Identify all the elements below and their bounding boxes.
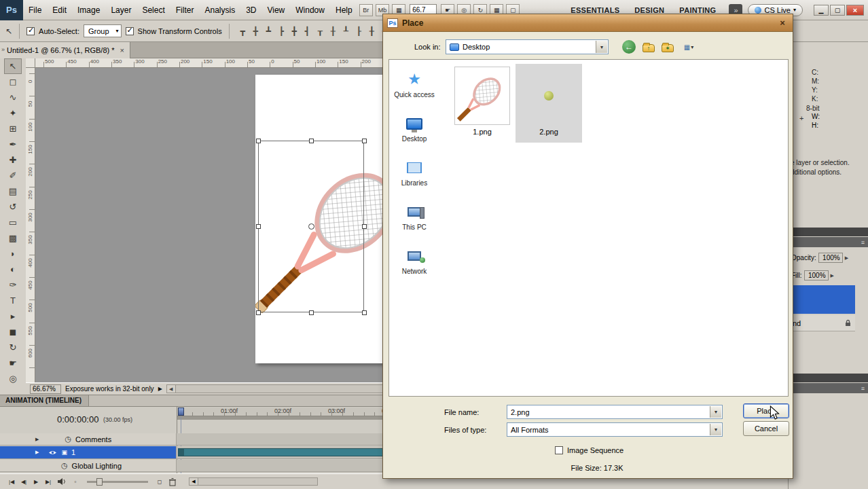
sidebar-item-network[interactable]: Network — [389, 247, 439, 275]
panel-header[interactable] — [789, 228, 868, 236]
menu-item[interactable]: Window — [290, 5, 330, 15]
up-one-level-icon[interactable]: ↑ — [641, 41, 656, 55]
file-item-1png[interactable]: 1.png — [453, 67, 511, 136]
transform-handle[interactable] — [309, 310, 314, 315]
trash-icon[interactable] — [168, 477, 177, 486]
show-transform-checkbox[interactable] — [126, 27, 134, 35]
lasso-tool[interactable]: ∿ — [4, 90, 22, 105]
move-tool[interactable]: ↖ — [4, 58, 22, 74]
pen-tool[interactable]: ✑ — [4, 277, 22, 293]
auto-select-dropdown[interactable]: Group ▾ — [84, 24, 122, 37]
back-icon[interactable]: ← — [622, 40, 636, 54]
align-icon[interactable]: ┰ — [314, 24, 327, 37]
menu-item[interactable]: Image — [72, 5, 105, 15]
eyedropper-tool[interactable]: ✒ — [4, 137, 22, 152]
bridge-icon[interactable]: Br — [359, 4, 373, 16]
eye-icon[interactable] — [48, 450, 57, 456]
brush-tool[interactable]: ✐ — [4, 168, 22, 183]
crop-tool[interactable]: ⊞ — [4, 121, 22, 137]
files-of-type-dropdown[interactable]: All Formats ▾ — [507, 422, 723, 437]
dialog-title-bar[interactable]: Ps Place × — [383, 14, 793, 32]
timeline-zoom-slider[interactable] — [87, 481, 148, 483]
menu-item[interactable]: Analysis — [199, 5, 240, 15]
align-icon[interactable]: ┣ — [275, 24, 288, 37]
menu-item[interactable]: 3D — [240, 5, 261, 15]
file-item-2png-selected[interactable]: 2.png — [516, 64, 582, 143]
current-time[interactable]: 0:00:00:00 — [57, 414, 98, 424]
file-name-dropdown[interactable]: 2.png ▾ — [507, 405, 723, 419]
scroll-left-icon[interactable]: ◀ — [167, 385, 176, 393]
expand-arrow-icon[interactable]: ▶ — [35, 437, 39, 442]
zoom-tool[interactable]: ◎ — [4, 371, 22, 386]
eraser-tool[interactable]: ▭ — [4, 215, 22, 230]
workspace-tab[interactable]: PAINTING — [672, 6, 723, 14]
transport-button[interactable]: ▶| — [42, 476, 54, 487]
marquee-tool[interactable]: ◻ — [4, 74, 22, 90]
clone-stamp-tool[interactable]: ▤ — [4, 183, 22, 199]
transport-button[interactable]: |◀ — [5, 476, 18, 487]
type-tool[interactable]: T — [4, 293, 22, 308]
playhead[interactable] — [178, 408, 184, 416]
minimize-button[interactable]: ▁ — [814, 5, 829, 16]
expand-arrow-icon[interactable]: ▶ — [35, 450, 39, 455]
chevron-down-icon[interactable]: ▾ — [710, 406, 721, 418]
restore-button[interactable]: ▢ — [830, 5, 845, 16]
align-icon[interactable]: ╋ — [249, 24, 262, 37]
tab-animation-timeline[interactable]: ANIMATION (TIMELINE) — [0, 395, 89, 406]
image-sequence-checkbox[interactable] — [555, 446, 563, 454]
close-button[interactable]: × — [846, 5, 864, 16]
transform-handle[interactable] — [362, 224, 367, 229]
zoom-in-icon[interactable]: ◻ — [153, 476, 166, 487]
hand-tool[interactable]: ☛ — [4, 355, 22, 371]
view-menu-icon[interactable]: ▦▾ — [679, 40, 698, 54]
path-selection-tool[interactable]: ▸ — [4, 308, 22, 324]
slider-thumb[interactable] — [96, 478, 103, 486]
status-menu-icon[interactable]: ▶ — [158, 386, 162, 392]
transform-handle[interactable] — [256, 139, 261, 143]
look-in-dropdown[interactable]: Desktop ▾ — [446, 39, 609, 54]
sidebar-item-libraries[interactable]: Libraries — [389, 159, 439, 187]
layers-panel-header[interactable]: ≡ — [789, 237, 868, 247]
chevron-down-icon[interactable]: ▾ — [710, 424, 721, 435]
menu-item[interactable]: Select — [137, 5, 170, 15]
align-icon[interactable]: ┠ — [352, 24, 365, 37]
opacity-value[interactable]: 100% — [818, 253, 843, 263]
align-icon[interactable]: ┫ — [301, 24, 314, 37]
history-brush-tool[interactable]: ↺ — [4, 199, 22, 215]
transform-handle[interactable] — [362, 310, 367, 315]
transform-handle[interactable] — [256, 310, 261, 315]
sidebar-item-this-pc[interactable]: This PC — [389, 203, 439, 231]
shape-tool[interactable]: ◼ — [4, 324, 22, 340]
stopwatch-icon[interactable]: ◷ — [61, 461, 68, 470]
close-tab-icon[interactable]: × — [120, 46, 124, 54]
zoom-out-icon[interactable]: ▫ — [69, 476, 82, 487]
place-button[interactable]: Place — [743, 403, 789, 418]
dialog-close-icon[interactable]: × — [776, 18, 789, 29]
transport-button[interactable]: ◀| — [18, 476, 30, 487]
selected-layer-row[interactable] — [789, 285, 855, 314]
transform-handle[interactable] — [256, 224, 261, 229]
transform-handle[interactable] — [309, 139, 314, 143]
panel-header[interactable] — [789, 374, 868, 382]
workspace-tab[interactable]: ESSENTIALS — [563, 6, 627, 14]
menu-item[interactable]: Edit — [47, 5, 72, 15]
transport-button[interactable]: ▶ — [30, 476, 42, 487]
background-layer-row[interactable]: nd — [789, 315, 855, 331]
align-icon[interactable]: ╋ — [288, 24, 301, 37]
spinner-icon[interactable]: ▶ — [845, 255, 848, 261]
fill-value[interactable]: 100% — [804, 270, 829, 280]
status-zoom-field[interactable]: 66.67% — [30, 384, 61, 394]
dodge-tool[interactable]: ◐ — [4, 261, 22, 277]
document-tab[interactable]: Untitled-1 @ 66.7% (1, RGB/8) * × — [0, 42, 130, 58]
align-icon[interactable]: ┳ — [236, 24, 249, 37]
sidebar-item-quick-access[interactable]: ★ Quick access — [389, 71, 439, 98]
chevron-down-icon[interactable]: ▾ — [596, 41, 607, 53]
collapse-toolbox-icon[interactable]: » — [1, 46, 12, 54]
transform-handle[interactable] — [362, 139, 367, 143]
healing-brush-tool[interactable]: ✚ — [4, 152, 22, 168]
3d-rotate-tool[interactable]: ↻ — [4, 340, 22, 355]
spinner-icon[interactable]: ▶ — [831, 273, 834, 278]
audio-icon[interactable] — [57, 477, 67, 486]
menu-item[interactable]: Layer — [105, 5, 137, 15]
new-folder-icon[interactable]: ✶ — [660, 41, 675, 55]
